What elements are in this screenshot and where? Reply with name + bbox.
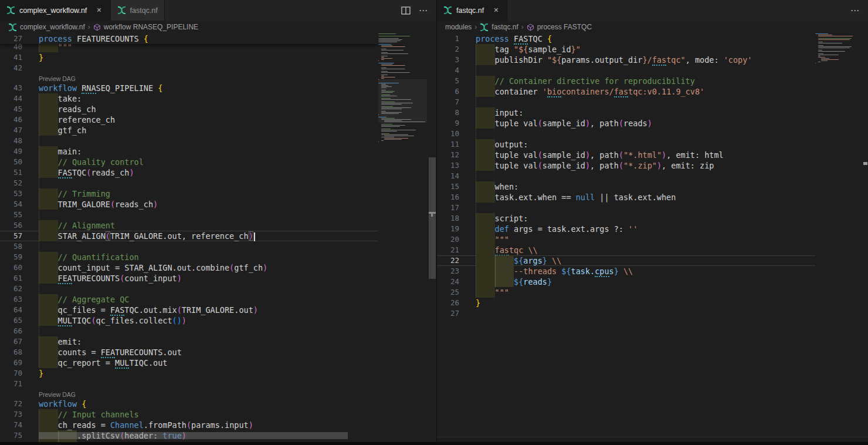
code-line[interactable]: 54TRIM_GALORE(reads_ch)	[0, 199, 378, 210]
vertical-scrollbar-slider[interactable]	[429, 157, 436, 279]
code-line[interactable]: 8input:	[437, 107, 815, 118]
code-line[interactable]: 6container 'biocontainers/fastqc:v0.11.9…	[437, 86, 815, 97]
breadcrumb-item-folder[interactable]: modules	[445, 23, 472, 31]
code-line[interactable]: 9tuple val(sample_id), path(reads)	[437, 118, 815, 129]
minimap-right[interactable]	[815, 33, 862, 445]
line-number[interactable]: 61	[0, 273, 22, 284]
code-line[interactable]: 74ch_reads = Channel.fromPath(params.inp…	[0, 420, 378, 430]
line-number[interactable]: 75	[0, 430, 22, 441]
line-number[interactable]: 63	[0, 294, 22, 305]
line-number[interactable]: 27	[437, 308, 459, 319]
line-number[interactable]: 68	[0, 347, 22, 358]
code-line[interactable]: 47gtf_ch	[0, 125, 378, 136]
code-line[interactable]: 57STAR_ALIGN(TRIM_GALORE.out, reference_…	[0, 231, 378, 241]
line-number[interactable]: 48	[0, 136, 22, 146]
code-line[interactable]: 25"""	[437, 287, 815, 298]
line-number[interactable]: 14	[437, 171, 459, 181]
line-number[interactable]: 70	[0, 368, 22, 379]
line-number[interactable]: 69	[0, 358, 22, 368]
code-line[interactable]: 60count_input = STAR_ALIGN.out.combine(g…	[0, 262, 378, 273]
line-number[interactable]: 22	[437, 255, 459, 266]
line-number[interactable]: 5	[437, 76, 459, 86]
code-line[interactable]: 72workflow {	[0, 399, 378, 409]
code-line[interactable]: 20"""	[437, 234, 815, 245]
line-number[interactable]: 2	[437, 44, 459, 55]
line-number[interactable]: 52	[0, 178, 22, 188]
minimap-left[interactable]	[378, 33, 427, 445]
code-line[interactable]: 17	[437, 203, 815, 213]
code-line[interactable]: 16task.ext.when == null || task.ext.when	[437, 192, 815, 203]
code-line[interactable]: 62	[0, 284, 378, 294]
horizontal-scrollbar-slider[interactable]	[39, 432, 348, 439]
code-line[interactable]: 13tuple val(sample_id), path("*.zip"), e…	[437, 160, 815, 171]
code-line[interactable]: 24${reads}	[437, 277, 815, 287]
line-number[interactable]: 17	[437, 203, 459, 213]
code-line[interactable]: 21fastqc \\	[437, 245, 815, 255]
line-number[interactable]: 51	[0, 167, 22, 178]
line-number[interactable]: 66	[0, 326, 22, 336]
breadcrumb-item-file[interactable]: fastqc.nf	[491, 23, 518, 31]
codelens-preview-dag[interactable]: Preview DAG	[39, 391, 76, 398]
code-line[interactable]: 67emit:	[0, 336, 378, 347]
code-line[interactable]: 18script:	[437, 213, 815, 224]
code-line[interactable]: 2tag "${sample_id}"	[437, 44, 815, 55]
split-editor-icon[interactable]	[401, 6, 411, 15]
code-line[interactable]: 53// Trimming	[0, 188, 378, 199]
code-line[interactable]: 3publishDir "${params.output_dir}/fastqc…	[437, 55, 815, 65]
code-line[interactable]: 1process FASTQC {	[437, 33, 815, 44]
line-number[interactable]: 19	[437, 224, 459, 234]
more-actions-icon[interactable]: ⋯	[419, 6, 428, 15]
code-line[interactable]: 46reference_ch	[0, 114, 378, 125]
line-number[interactable]: 18	[437, 213, 459, 224]
breadcrumb-item-file[interactable]: complex_workflow.nf	[20, 23, 85, 31]
line-number[interactable]: 11	[437, 139, 459, 150]
line-number[interactable]: 55	[0, 210, 22, 220]
line-number[interactable]: 25	[437, 287, 459, 298]
code-line[interactable]: 19def args = task.ext.args ?: ''	[437, 224, 815, 234]
code-line[interactable]: 14	[437, 171, 815, 181]
line-number[interactable]: 54	[0, 199, 22, 210]
code-line[interactable]: 41}	[0, 52, 378, 63]
vertical-scrollbar-left[interactable]	[428, 33, 436, 445]
line-number[interactable]: 60	[0, 262, 22, 273]
code-line[interactable]: 64qc_files = FASTQC.out.mix(TRIM_GALORE.…	[0, 305, 378, 315]
code-line[interactable]: 43workflow RNASEQ_PIPELINE {	[0, 83, 378, 93]
code-line[interactable]: 22${args} \\	[437, 255, 815, 266]
code-line[interactable]: 23--threads ${task.cpus} \\	[437, 266, 815, 277]
code-line[interactable]: 4	[437, 65, 815, 76]
line-number[interactable]: 20	[437, 234, 459, 245]
line-number[interactable]	[0, 389, 22, 399]
line-number[interactable]: 62	[0, 284, 22, 294]
code-line[interactable]: 52	[0, 178, 378, 188]
breadcrumb-item-symbol[interactable]: process FASTQC	[537, 23, 592, 31]
code-area-left[interactable]: 40"""41}42Preview DAG43workflow RNASEQ_P…	[0, 33, 378, 445]
sticky-scroll-line[interactable]: 27process FEATURECOUNTS {	[0, 33, 378, 44]
line-number[interactable]: 46	[0, 114, 22, 125]
line-number[interactable]: 57	[0, 231, 22, 241]
code-line[interactable]: 15when:	[437, 181, 815, 192]
code-line[interactable]: 55	[0, 210, 378, 220]
code-line[interactable]: 45reads_ch	[0, 104, 378, 114]
line-number[interactable]: 42	[0, 63, 22, 73]
line-number[interactable]: 72	[0, 399, 22, 409]
line-number[interactable]: 67	[0, 336, 22, 347]
code-line[interactable]: 10	[437, 129, 815, 139]
line-number[interactable]: 41	[0, 52, 22, 63]
code-line[interactable]: 51FASTQC(reads_ch)	[0, 167, 378, 178]
line-number[interactable]: 74	[0, 420, 22, 430]
line-number[interactable]: 1	[437, 33, 459, 44]
code-area-right[interactable]: 1process FASTQC {2tag "${sample_id}"3pub…	[437, 33, 815, 445]
line-number[interactable]: 12	[437, 150, 459, 160]
tab-close-button[interactable]: ✕	[491, 6, 500, 15]
line-number[interactable]: 56	[0, 220, 22, 231]
code-line[interactable]: 70}	[0, 368, 378, 379]
line-number[interactable]: 8	[437, 107, 459, 118]
line-number[interactable]: 13	[437, 160, 459, 171]
vertical-scrollbar-right[interactable]	[863, 33, 868, 445]
code-line[interactable]: 49main:	[0, 146, 378, 157]
line-number[interactable]: 64	[0, 305, 22, 315]
line-number[interactable]: 9	[437, 118, 459, 129]
line-number[interactable]: 26	[437, 298, 459, 308]
line-number[interactable]: 44	[0, 93, 22, 104]
line-number[interactable]: 7	[437, 97, 459, 107]
